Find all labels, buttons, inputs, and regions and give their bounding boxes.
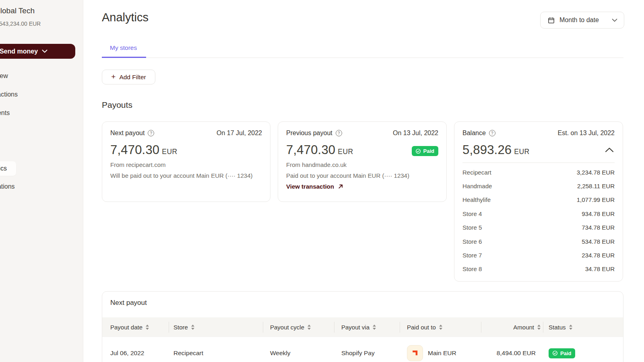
table-title: Next payout bbox=[102, 292, 623, 307]
store-amount: 734.78 EUR bbox=[582, 224, 615, 231]
previous-payout-date: On 13 Jul, 2022 bbox=[393, 130, 438, 137]
sidebar-item-integrations[interactable]: Integrations bbox=[0, 183, 15, 190]
column-header-store[interactable]: Store bbox=[169, 317, 263, 337]
date-range-label: Month to date bbox=[559, 16, 599, 24]
analytics-page: Global Tech 1,543,234.00 EUR Send money … bbox=[0, 0, 644, 362]
arrow-up-right-icon bbox=[338, 183, 344, 189]
chevron-down-icon bbox=[612, 19, 617, 22]
store-name: Store 7 bbox=[462, 252, 482, 259]
sidebar-item-payments[interactable]: Payments bbox=[0, 109, 10, 117]
column-label: Payout date bbox=[110, 324, 142, 331]
store-amount: 934.78 EUR bbox=[582, 210, 615, 217]
help-icon[interactable]: ? bbox=[336, 130, 342, 136]
column-label: Status bbox=[549, 324, 566, 331]
send-money-button[interactable]: Send money bbox=[0, 44, 75, 59]
cell-payout-date: Jul 06, 2022 bbox=[102, 350, 169, 357]
cell-paid-out-to: Main EUR bbox=[400, 345, 481, 361]
balance-store-row: Store 834.78 EUR bbox=[462, 262, 615, 276]
previous-payout-card: Previous payout ? On 13 Jul, 2022 7,470.… bbox=[278, 121, 447, 202]
store-name: Store 5 bbox=[462, 224, 482, 231]
next-payout-amount: 7,470.30EUR bbox=[110, 144, 178, 156]
store-name: Store 8 bbox=[462, 265, 482, 272]
store-amount: 1,077.99 EUR bbox=[577, 196, 615, 203]
sidebar-item-overview[interactable]: Overview bbox=[0, 72, 8, 80]
card-title: Next payout bbox=[110, 130, 144, 137]
check-circle-icon bbox=[415, 148, 421, 154]
store-name: Recipecart bbox=[462, 169, 491, 176]
sidebar: Global Tech 1,543,234.00 EUR Send money … bbox=[0, 0, 83, 362]
page-title: Analytics bbox=[102, 11, 149, 24]
help-icon[interactable]: ? bbox=[148, 130, 154, 136]
view-transaction-link[interactable]: View transaction bbox=[286, 183, 438, 190]
column-header-payout-cycle[interactable]: Payout cycle bbox=[263, 317, 334, 337]
divider bbox=[462, 162, 615, 163]
cell-payout-via: Shopify Pay bbox=[334, 350, 400, 357]
active-tab-underline bbox=[102, 57, 146, 58]
balance-store-row: Handmade2,258.11 EUR bbox=[462, 179, 615, 193]
store-amount: 2,258.11 EUR bbox=[577, 183, 615, 189]
column-header-amount[interactable]: Amount bbox=[481, 317, 543, 337]
send-money-label: Send money bbox=[0, 48, 38, 55]
next-payout-table-card: Next payout Payout dateStorePayout cycle… bbox=[102, 291, 623, 362]
add-filter-button[interactable]: + Add Filter bbox=[102, 70, 155, 84]
tab-my-stores[interactable]: My stores bbox=[110, 44, 137, 51]
sort-icon bbox=[537, 325, 541, 330]
balance-store-row: Store 4934.78 EUR bbox=[462, 207, 615, 220]
column-header-paid-out-to[interactable]: Paid out to bbox=[400, 317, 481, 337]
table-body: Jul 06, 2022RecipecartWeeklyShopify PayM… bbox=[102, 337, 623, 362]
store-amount: 34.78 EUR bbox=[585, 265, 615, 272]
store-name: Store 4 bbox=[462, 210, 482, 217]
balance-store-row: Store 5734.78 EUR bbox=[462, 221, 615, 234]
payout-destination-note: Will be paid out to your account Main EU… bbox=[110, 172, 262, 179]
collapse-button[interactable] bbox=[604, 146, 615, 154]
chevron-down-icon bbox=[42, 49, 47, 53]
status-badge-label: Paid bbox=[423, 148, 434, 154]
sort-icon bbox=[569, 325, 572, 330]
chevron-up-icon bbox=[605, 147, 614, 152]
payouts-section-title: Payouts bbox=[102, 100, 132, 110]
status-badge: Paid bbox=[549, 348, 575, 358]
help-icon[interactable]: ? bbox=[489, 130, 495, 136]
card-title: Balance bbox=[462, 130, 486, 137]
sidebar-item-analytics[interactable]: Analytics bbox=[0, 165, 7, 172]
column-label: Amount bbox=[513, 324, 534, 331]
table-row[interactable]: Jul 06, 2022RecipecartWeeklyShopify PayM… bbox=[102, 337, 623, 362]
card-title: Previous payout bbox=[286, 130, 332, 137]
column-header-payout-via[interactable]: Payout via bbox=[334, 317, 400, 337]
payout-source: From handmade.co.uk bbox=[286, 161, 438, 168]
cell-store: Recipecart bbox=[169, 350, 263, 357]
previous-payout-amount: 7,470.30EUR bbox=[286, 144, 353, 156]
column-label: Paid out to bbox=[407, 324, 436, 331]
column-label: Payout via bbox=[341, 324, 369, 331]
account-name: Global Tech bbox=[0, 6, 35, 15]
sort-icon bbox=[146, 325, 149, 330]
sort-icon bbox=[373, 325, 376, 330]
balance-store-row: Recipecart3,234.78 EUR bbox=[462, 165, 615, 179]
currency-label: EUR bbox=[514, 148, 529, 156]
plus-icon: + bbox=[111, 73, 116, 80]
cell-payout-cycle: Weekly bbox=[263, 350, 334, 357]
next-payout-card: Next payout ? On 17 Jul, 2022 7,470.30EU… bbox=[102, 121, 270, 202]
account-balance: 1,543,234.00 EUR bbox=[0, 21, 41, 27]
calendar-icon bbox=[547, 16, 555, 24]
balance-card: Balance ? Est. on 13 Jul, 2022 5,893.26E… bbox=[454, 121, 623, 282]
add-filter-label: Add Filter bbox=[119, 74, 146, 81]
store-amount: 534.78 EUR bbox=[582, 238, 615, 245]
cell-status: Paid bbox=[543, 348, 615, 358]
balance-store-row: Store 6534.78 EUR bbox=[462, 234, 615, 248]
currency-label: EUR bbox=[338, 148, 353, 156]
store-name: Healthylife bbox=[462, 196, 491, 203]
tab-divider bbox=[102, 58, 623, 58]
sidebar-item-transactions[interactable]: Transactions bbox=[0, 91, 18, 98]
column-header-status[interactable]: Status bbox=[543, 317, 615, 337]
status-badge: Paid bbox=[412, 146, 438, 156]
date-range-picker[interactable]: Month to date bbox=[540, 12, 624, 29]
column-label: Payout cycle bbox=[270, 324, 304, 331]
store-amount: 234.78 EUR bbox=[582, 252, 615, 259]
column-label: Store bbox=[173, 324, 188, 331]
balance-store-list: Recipecart3,234.78 EURHandmade2,258.11 E… bbox=[462, 165, 615, 276]
balance-store-row: Store 7234.78 EUR bbox=[462, 248, 615, 262]
bank-account-icon bbox=[407, 345, 423, 361]
column-header-payout-date[interactable]: Payout date bbox=[102, 317, 169, 337]
sort-icon bbox=[439, 325, 442, 330]
